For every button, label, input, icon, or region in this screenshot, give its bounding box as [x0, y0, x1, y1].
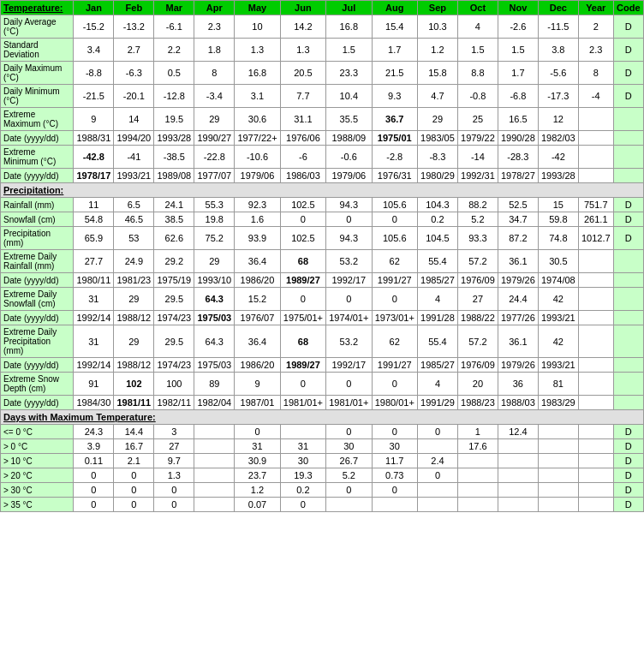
data-cell: 94.3 [326, 227, 372, 250]
data-cell: -6.8 [498, 85, 538, 108]
data-cell: 36.4 [235, 250, 280, 273]
climate-table: Temperature: JanFebMarAprMayJunJulAugSep… [0, 0, 644, 512]
data-cell: 8 [578, 62, 613, 85]
table-row: Extreme Daily Snowfall (cm)312929.564.31… [1, 288, 644, 311]
data-cell: 1988/12 [114, 311, 154, 325]
data-cell: -17.3 [538, 85, 578, 108]
data-cell: 1979/26 [498, 273, 538, 288]
data-cell: 1986/20 [235, 273, 280, 288]
header-may: May [235, 1, 280, 15]
header-dec: Dec [538, 1, 578, 15]
data-cell: 16.8 [326, 15, 372, 39]
data-cell [578, 358, 613, 373]
data-cell: 1987/01 [235, 396, 280, 410]
data-cell: -4 [578, 85, 613, 108]
data-cell: 1981/01+ [326, 396, 372, 410]
data-cell [578, 468, 613, 483]
data-cell: 3 [154, 425, 194, 439]
table-row: Extreme Maximum (°C)91419.52930.631.135.… [1, 108, 644, 131]
table-row: Date (yyyy/dd)1980/111981/231975/191993/… [1, 273, 644, 288]
data-cell: 94.3 [326, 198, 372, 212]
data-cell: 27 [457, 288, 498, 311]
data-cell [578, 454, 613, 468]
data-cell: 1975/01 [372, 131, 417, 146]
data-cell: 4 [457, 15, 498, 39]
data-cell: 31 [74, 325, 114, 358]
data-cell: 0 [280, 498, 325, 512]
data-cell: 0 [326, 288, 372, 311]
data-cell: 0 [372, 425, 417, 439]
data-cell: 54.8 [74, 212, 114, 227]
data-cell: 5.2 [457, 212, 498, 227]
data-cell [578, 396, 613, 410]
data-cell: 1.6 [235, 212, 280, 227]
data-cell: 75.2 [194, 227, 235, 250]
data-cell: 1976/07 [235, 311, 280, 325]
data-cell [578, 273, 613, 288]
data-cell [613, 169, 643, 183]
data-cell: 1981/23 [114, 273, 154, 288]
row-label: Extreme Daily Precipitation (mm) [1, 325, 74, 358]
data-cell: 1993/21 [538, 311, 578, 325]
data-cell: 15.2 [235, 288, 280, 311]
row-label: Date (yyyy/dd) [1, 131, 74, 146]
data-cell: 1976/09 [457, 358, 498, 373]
data-cell: 8 [194, 62, 235, 85]
data-cell: 93.9 [235, 227, 280, 250]
data-cell: 2.3 [194, 15, 235, 39]
data-cell: 8.8 [457, 62, 498, 85]
data-cell: 1992/14 [74, 311, 114, 325]
data-cell: -8.3 [417, 146, 457, 169]
data-cell: 1988/22 [457, 311, 498, 325]
table-row: Extreme Snow Depth (cm)91102100899000420… [1, 373, 644, 396]
data-cell [538, 498, 578, 512]
table-row: Precipitation (mm)65.95362.675.293.9102.… [1, 227, 644, 250]
data-cell: 0 [372, 212, 417, 227]
data-cell: 1978/27 [498, 169, 538, 183]
row-label: Daily Average (°C) [1, 15, 74, 39]
data-cell: 2 [578, 15, 613, 39]
data-cell: 64.3 [194, 288, 235, 311]
data-cell: 1988/31 [74, 131, 114, 146]
data-cell: 1975/19 [154, 273, 194, 288]
data-cell: -8.8 [74, 62, 114, 85]
data-cell: 1990/28 [498, 131, 538, 146]
data-cell: 0 [280, 212, 325, 227]
data-cell: 29 [114, 325, 154, 358]
data-cell: D [613, 468, 643, 483]
header-nov: Nov [498, 1, 538, 15]
data-cell: 2.1 [114, 454, 154, 468]
table-row: > 35 °C0000.070D [1, 498, 644, 512]
data-cell: 3.4 [74, 39, 114, 62]
data-cell: 36 [498, 373, 538, 396]
data-cell [613, 396, 643, 410]
data-cell: 0 [154, 498, 194, 512]
data-cell: 30.9 [235, 454, 280, 468]
header-feb: Feb [114, 1, 154, 15]
data-cell: 1981/11 [114, 396, 154, 410]
data-cell: 1994/20 [114, 131, 154, 146]
data-cell [457, 454, 498, 468]
data-cell: 1.7 [372, 39, 417, 62]
data-cell: 1977/26 [498, 311, 538, 325]
data-cell: 0 [372, 288, 417, 311]
data-cell: 1985/27 [417, 273, 457, 288]
data-cell: 1983/05 [417, 131, 457, 146]
data-cell: 1984/30 [74, 396, 114, 410]
data-cell: 68 [280, 325, 325, 358]
data-cell: -20.1 [114, 85, 154, 108]
table-row: <= 0 °C24.314.430000112.4D [1, 425, 644, 439]
data-cell [613, 273, 643, 288]
data-cell: 1.3 [235, 39, 280, 62]
table-row: Daily Average (°C)-15.2-13.2-6.12.31014.… [1, 15, 644, 39]
data-cell: 31 [235, 439, 280, 454]
data-cell: 1973/01+ [372, 311, 417, 325]
data-cell: 1992/31 [457, 169, 498, 183]
data-cell: 4.7 [417, 85, 457, 108]
data-cell: 0 [154, 483, 194, 498]
data-cell [578, 483, 613, 498]
data-cell: 62.6 [154, 227, 194, 250]
header-year: Year [578, 1, 613, 15]
data-cell: 1991/27 [372, 358, 417, 373]
data-cell: 29 [114, 288, 154, 311]
